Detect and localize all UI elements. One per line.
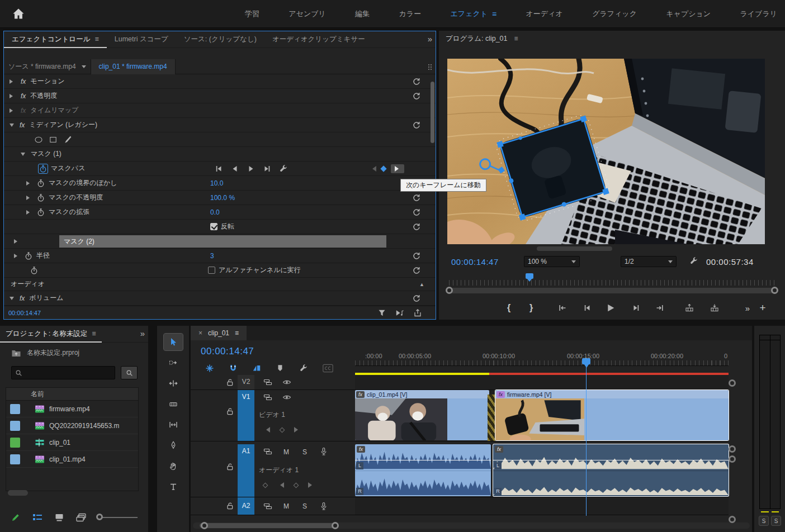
hand-tool[interactable] [164, 458, 183, 474]
stopwatch-icon[interactable] [36, 193, 45, 202]
timeline-timecode[interactable]: 00:00:14:47 [201, 346, 254, 357]
mask-path-row[interactable]: マスクパス [4, 162, 436, 176]
mask-2-group-row[interactable]: マスク (2) [4, 234, 436, 249]
export-frame-icon[interactable] [413, 308, 422, 317]
add-keyframe-diamond-icon[interactable] [380, 165, 386, 172]
next-keyframe-icon[interactable] [294, 427, 301, 433]
ellipse-mask-icon[interactable] [34, 135, 43, 144]
chevron-right-icon[interactable] [10, 108, 15, 113]
list-view-icon[interactable] [32, 513, 42, 522]
chevron-right-icon[interactable] [26, 196, 32, 200]
extract-button[interactable] [708, 302, 721, 314]
volume-rubber-band[interactable] [355, 460, 491, 460]
timeline-playhead-line[interactable] [586, 366, 587, 516]
project-row-sequence[interactable]: clip_01 [6, 434, 139, 451]
selection-tool[interactable] [164, 334, 183, 350]
tab-lumetri-scopes[interactable]: Lumetri スコープ [107, 31, 176, 48]
program-title[interactable]: プログラム: clip_01 [446, 34, 508, 44]
panel-menu-icon[interactable]: ≡ [92, 330, 96, 338]
next-keyframe-button[interactable] [391, 164, 404, 173]
panel-overflow-icon[interactable]: » [428, 34, 431, 44]
workspace-options-icon[interactable]: ≡ [492, 10, 496, 18]
step-back-button[interactable] [581, 302, 593, 314]
program-current-timecode[interactable]: 00:00:14:47 [451, 257, 499, 267]
track-target-v2[interactable]: V2 [238, 375, 254, 390]
transport-more-button[interactable]: » [741, 302, 753, 314]
track-lane-v2[interactable] [355, 375, 729, 390]
track-target-a1[interactable]: A1 [238, 444, 254, 497]
track-name[interactable]: ビデオ 1 [259, 410, 285, 420]
stopwatch-icon-active[interactable] [39, 164, 48, 173]
effect-label[interactable]: 不透明度 [30, 91, 57, 101]
name-column-header[interactable]: 名前 [31, 390, 44, 398]
timeline-clip-clip01-video[interactable]: fxclip_01.mp4 [V] [355, 390, 489, 440]
voiceover-mic-icon[interactable] [319, 502, 328, 511]
label-color-chip[interactable] [10, 438, 20, 448]
reset-icon[interactable] [412, 222, 421, 231]
reset-icon[interactable] [412, 266, 421, 275]
step-forward-button[interactable] [630, 302, 642, 314]
volume-rubber-band[interactable] [493, 460, 729, 460]
button-editor-add[interactable]: + [756, 302, 769, 314]
workspace-color[interactable]: カラー [399, 9, 422, 19]
param-value[interactable]: 100.0 % [210, 194, 235, 202]
tab-source-monitor[interactable]: ソース: (クリップなし) [176, 31, 264, 48]
effect-row-opacity[interactable]: fx 不透明度 [4, 89, 436, 103]
item-name[interactable]: clip_01 [49, 439, 70, 446]
zoom-slider-knob[interactable] [96, 514, 103, 520]
panel-menu-icon[interactable]: ≡ [94, 35, 98, 43]
track-resize-handle[interactable] [729, 379, 736, 387]
project-row-qq[interactable]: QQ20220919145653.m [6, 417, 139, 434]
solo-left-button[interactable]: S [759, 516, 769, 526]
stopwatch-icon[interactable] [24, 251, 33, 260]
sequence-tab[interactable]: × clip_01 ≡ [191, 326, 247, 340]
project-list-header[interactable]: 名前 [6, 387, 139, 401]
track-mask-forward-icon[interactable] [247, 164, 256, 173]
workspace-editing[interactable]: 編集 [355, 9, 370, 19]
project-row-clip01[interactable]: clip_01.mp4 [6, 451, 139, 468]
snap-magnet-icon[interactable] [229, 364, 238, 373]
solo-right-button[interactable]: S [771, 516, 781, 526]
item-name[interactable]: clip_01.mp4 [49, 455, 86, 463]
type-tool[interactable] [164, 478, 183, 495]
mask-1-group-row[interactable]: マスク (1) [4, 147, 436, 162]
project-hscroll-thumb[interactable] [8, 490, 28, 496]
monitor-settings-wrench-icon[interactable] [689, 256, 698, 265]
track-target-v1[interactable]: V1 [238, 390, 254, 441]
audio-section-header[interactable]: オーディオ ▲ [4, 278, 436, 291]
param-number[interactable]: 100.0 [210, 194, 227, 202]
chevron-right-icon[interactable] [26, 181, 32, 186]
timeline-clip-firmware-audio[interactable]: fx L R [493, 444, 729, 496]
param-label[interactable]: マスクの不透明度 [49, 193, 103, 202]
chevron-right-icon[interactable] [10, 94, 15, 98]
chevron-down-icon[interactable] [82, 65, 86, 70]
mark-out-button[interactable]: } [525, 302, 537, 314]
reset-icon[interactable] [412, 77, 421, 86]
lock-icon[interactable] [225, 407, 234, 416]
thumbnail-zoom-slider[interactable] [98, 517, 138, 518]
track-visibility-eye-icon[interactable] [282, 393, 291, 402]
rectangle-mask-icon[interactable] [49, 135, 58, 144]
timeline-hscrollbar[interactable] [193, 522, 750, 529]
track-resize-handle[interactable] [729, 516, 736, 523]
effect-label[interactable]: ミディアン (レガシー) [29, 120, 97, 130]
track-lane-v1[interactable]: fxclip_01.mp4 [V] fxfirmware.mp4 [V] [355, 390, 729, 441]
add-keyframe-icon[interactable] [294, 482, 299, 488]
timeline-hscroll-thumb[interactable] [200, 523, 338, 528]
timeline-ruler[interactable]: :00:00 00:00:05:00 00:00:10:00 00:00:15:… [355, 350, 729, 366]
chevron-right-icon[interactable] [10, 79, 15, 84]
project-search-input[interactable] [11, 366, 115, 379]
reset-icon[interactable] [412, 121, 421, 130]
source-patch-icon[interactable] [263, 393, 272, 402]
slip-tool[interactable] [164, 416, 183, 433]
chevron-down-icon[interactable] [10, 124, 14, 129]
timeline-settings-wrench-icon[interactable] [299, 364, 308, 373]
track-mask-backward-icon[interactable] [230, 164, 239, 173]
sequence-clip-tab[interactable]: clip_01 * firmware.mp4 [91, 59, 176, 74]
source-patch-icon[interactable] [263, 378, 272, 387]
workspace-effects-active[interactable]: エフェクト≡ [451, 9, 497, 19]
reset-icon[interactable] [412, 208, 421, 217]
track-lane-a2[interactable] [355, 497, 729, 515]
program-scrub-ruler[interactable] [449, 276, 775, 286]
play-button[interactable] [604, 302, 617, 314]
